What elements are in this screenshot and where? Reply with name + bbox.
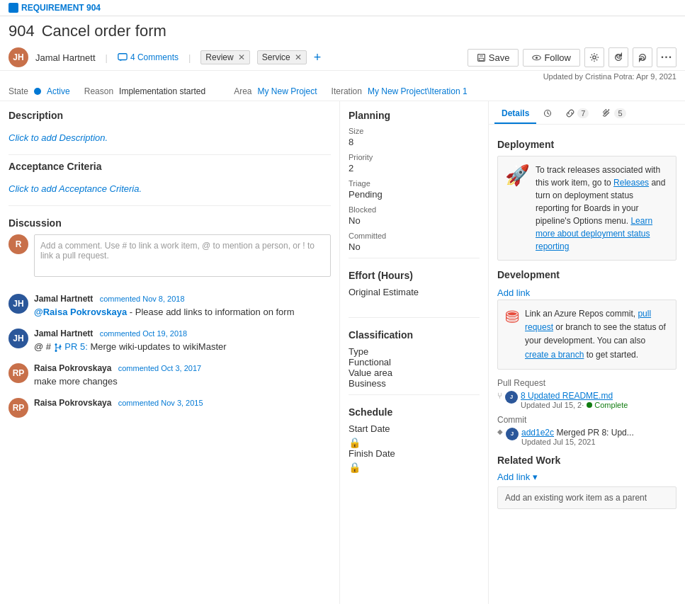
state-value[interactable]: Active [47,86,70,96]
comment-count[interactable]: 4 Comments [118,52,179,62]
pr-title-link[interactable]: 8 Updated README.md [521,391,613,401]
pr-status: Complete [587,401,628,409]
current-user-avatar: R [9,234,28,254]
iteration-value[interactable]: My New Project\Iteration 1 [368,86,468,96]
comment-date-3[interactable]: commented Oct 3, 2017 [118,364,201,372]
committed-label: Committed [349,232,480,240]
commit-hash-link[interactable]: add1e2c [521,428,554,438]
finish-date-lock-icon: 🔒 [349,462,480,473]
comment-date-4[interactable]: commented Nov 3, 2015 [118,399,203,407]
more-button[interactable]: ··· [657,47,676,67]
learn-more-link[interactable]: Learn more about deployment status repor… [536,216,652,251]
pr-icon-2 [54,343,62,352]
pr-link-2[interactable]: PR 5: [64,341,88,352]
acceptance-add[interactable]: Click to add Acceptance Criteria. [9,178,331,200]
commenter-4: Raisa Pokrovskaya [34,398,111,408]
reason-label: Reason [84,86,113,96]
priority-value[interactable]: 2 [349,163,480,173]
comment-date-1[interactable]: commented Nov 8, 2018 [100,295,185,303]
comment-avatar-1: JH [9,294,28,314]
commit-title: Merged PR 8: Upd... [556,428,633,438]
related-work-add-link[interactable]: Add link ▾ [497,472,676,482]
finish-date-label: Finish Date [349,448,480,459]
updated-text: Updated by Cristina Potra: Apr 9, 2021 [0,71,685,82]
schedule-section: Schedule Start Date 🔒 Finish Date 🔒 [349,406,480,473]
work-item-id: 904 [9,22,35,40]
dev-text: Link an Azure Repos commit, pull request… [525,307,669,362]
original-estimate-value[interactable] [349,297,480,312]
mention-1[interactable]: @Raisa Pokrovskaya [34,307,127,317]
commenter-1: Jamal Hartnett [34,294,93,304]
pull-request-label: Pull Request [497,378,676,388]
discussion-section: Discussion R Add a comment. Use # to lin… [9,217,331,418]
pull-request-link[interactable]: pull request [525,309,651,332]
commit-date: Updated Jul 15, 2021 [521,438,634,446]
create-branch-link[interactable]: create a branch [525,350,584,360]
rocket-icon: 🚀 [505,164,530,253]
tab-details[interactable]: Details [494,104,536,124]
triage-value[interactable]: Pending [349,189,480,200]
main-content: Description Click to add Description. Ac… [0,101,685,604]
development-section: Development Add link ⛃ Link an Azure Rep… [497,269,676,446]
comment-avatar-3: RP [9,363,28,383]
description-add[interactable]: Click to add Description. [9,127,331,149]
priority-label: Priority [349,153,480,161]
add-tag-button[interactable]: + [314,50,322,65]
commit-icon: ◆ [497,428,503,435]
attachment-icon [603,109,611,118]
start-date-lock-icon: 🔒 [349,437,480,448]
size-value[interactable]: 8 [349,137,480,147]
tag-service-close[interactable]: ✕ [295,52,302,62]
tab-attachments[interactable]: 5 [596,104,633,124]
comment-input[interactable]: Add a comment. Use # to link a work item… [34,234,331,277]
releases-link[interactable]: Releases [613,178,649,188]
triage-label: Triage [349,179,480,188]
committed-value[interactable]: No [349,241,480,252]
comment-item-3: RP Raisa Pokrovskaya commented Oct 3, 20… [9,363,331,387]
classification-section: Classification Type Functional Value are… [349,329,480,389]
dev-add-link-button[interactable]: Add link [497,286,676,300]
pr-entry: ⑂ J 8 Updated README.md Updated Jul 15, … [497,391,676,409]
status-dot [587,402,592,408]
save-button[interactable]: Save [468,49,519,67]
svg-point-7 [55,343,57,346]
comment-date-2[interactable]: commented Oct 19, 2018 [100,329,188,338]
area-value[interactable]: My New Project [258,86,317,96]
refresh-button[interactable] [608,47,628,67]
classification-title: Classification [349,329,480,341]
tag-review-close[interactable]: ✕ [238,52,245,62]
size-label: Size [349,127,480,135]
reason-value[interactable]: Implementation started [119,86,205,96]
tag-review-label: Review [205,52,233,62]
comment-input-row: R Add a comment. Use # to link a work it… [9,234,331,285]
tab-history[interactable] [536,105,559,123]
undo-button[interactable] [633,47,652,67]
follow-button[interactable]: Follow [523,49,580,67]
svg-rect-3 [479,58,484,60]
left-panel: Description Click to add Description. Ac… [0,101,340,604]
comment-text-3: make more changes [34,376,331,387]
related-work-title: Related Work [497,455,676,466]
tag-review[interactable]: Review ✕ [200,50,249,64]
comment-meta-1: Jamal Hartnett commented Nov 8, 2018 [34,294,331,304]
planning-title: Planning [349,110,480,121]
commenter-3: Raisa Pokrovskaya [34,363,111,373]
tag-service[interactable]: Service ✕ [257,50,307,64]
effort-section: Effort (Hours) Original Estimate [349,270,480,312]
requirement-label: REQUIREMENT 904 [21,3,101,13]
value-area-value[interactable]: Business [349,378,480,389]
attachments-count: 5 [614,108,625,118]
comment-item-4: RP Raisa Pokrovskaya commented Nov 3, 20… [9,398,331,418]
reason-field: Reason Implementation started [84,86,205,96]
commit-details: add1e2c Merged PR 8: Upd... Updated Jul … [521,428,634,446]
blocked-value[interactable]: No [349,215,480,226]
tab-links[interactable]: 7 [559,104,596,124]
assignee-name[interactable]: Jamal Hartnett [35,52,96,63]
comment-meta-2: Jamal Hartnett commented Oct 19, 2018 [34,329,331,338]
deployment-box: 🚀 To track releases associated with this… [497,156,676,261]
work-item-title[interactable]: Cancel order form [42,22,166,40]
development-title: Development [497,269,676,280]
settings-button[interactable] [584,47,604,67]
type-value[interactable]: Functional [349,357,480,367]
area-label: Area [234,86,251,96]
